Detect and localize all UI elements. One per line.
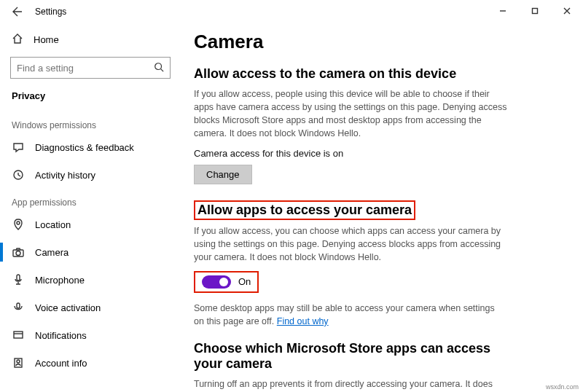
svg-rect-0 xyxy=(533,9,538,14)
sidebar-item-activity[interactable]: Activity history xyxy=(0,161,181,189)
current-section: Privacy xyxy=(0,85,181,111)
window-title: Settings xyxy=(35,7,66,17)
nav-label: Voice activation xyxy=(35,302,101,313)
toggle-knob xyxy=(219,278,228,286)
sidebar-item-microphone[interactable]: Microphone xyxy=(0,266,181,294)
sidebar-item-account[interactable]: Account info xyxy=(0,349,181,377)
section2-note: Some desktop apps may still be able to a… xyxy=(194,302,507,328)
svg-point-10 xyxy=(17,360,20,363)
sidebar-item-voice[interactable]: Voice activation xyxy=(0,294,181,321)
svg-rect-6 xyxy=(17,275,20,281)
close-button[interactable] xyxy=(551,0,583,22)
svg-point-5 xyxy=(16,251,20,256)
svg-rect-7 xyxy=(17,303,20,308)
sidebar-item-location[interactable]: Location xyxy=(0,211,181,238)
svg-rect-8 xyxy=(14,332,23,338)
group-windows-permissions: Windows permissions xyxy=(0,111,181,133)
watermark: wsxdn.com xyxy=(546,383,579,391)
voice-icon xyxy=(12,301,25,314)
sidebar-item-camera[interactable]: Camera xyxy=(0,238,181,266)
sidebar: Home Privacy Windows permissions Diagnos… xyxy=(0,23,181,392)
nav-label: Activity history xyxy=(35,170,95,181)
history-icon xyxy=(12,168,25,181)
toggle-state: On xyxy=(238,276,251,287)
highlight-heading: Allow apps to access your camera xyxy=(194,200,415,220)
find-out-why-link[interactable]: Find out why xyxy=(277,316,329,326)
back-button[interactable] xyxy=(9,3,26,20)
sidebar-item-notifications[interactable]: Notifications xyxy=(0,321,181,349)
section3-heading: Choose which Microsoft Store apps can ac… xyxy=(194,341,507,372)
camera-toggle[interactable] xyxy=(202,275,231,289)
nav-label: Microphone xyxy=(35,275,85,286)
camera-status: Camera access for this device is on xyxy=(194,148,567,159)
section2-heading: Allow apps to access your camera xyxy=(197,203,412,217)
svg-point-1 xyxy=(155,63,162,69)
minimize-button[interactable] xyxy=(487,0,519,22)
sidebar-item-home[interactable]: Home xyxy=(0,26,181,52)
group-app-permissions: App permissions xyxy=(0,189,181,211)
search-icon xyxy=(154,62,164,74)
section3-desc: Turning off an app prevents it from dire… xyxy=(194,377,507,392)
home-icon xyxy=(12,33,25,47)
sidebar-item-diagnostics[interactable]: Diagnostics & feedback xyxy=(0,133,181,161)
main-content: Camera Allow access to the camera on thi… xyxy=(181,23,583,392)
feedback-icon xyxy=(12,141,25,154)
nav-label: Account info xyxy=(35,358,87,369)
account-icon xyxy=(12,356,25,369)
location-icon xyxy=(12,218,25,231)
highlight-toggle: On xyxy=(194,271,259,293)
change-button[interactable]: Change xyxy=(194,165,252,184)
nav-label: Diagnostics & feedback xyxy=(35,142,134,153)
home-label: Home xyxy=(34,34,59,45)
nav-label: Notifications xyxy=(35,330,87,341)
nav-label: Location xyxy=(35,219,71,230)
section1-heading: Allow access to the camera on this devic… xyxy=(194,66,567,82)
page-title: Camera xyxy=(194,31,567,53)
nav-label: Camera xyxy=(35,247,69,258)
search-field[interactable] xyxy=(17,63,154,74)
camera-icon xyxy=(12,246,25,259)
svg-point-3 xyxy=(17,222,20,224)
notifications-icon xyxy=(12,329,25,342)
microphone-icon xyxy=(12,273,25,286)
section2-desc: If you allow access, you can choose whic… xyxy=(194,224,507,264)
maximize-button[interactable] xyxy=(519,0,551,22)
search-input[interactable] xyxy=(10,57,171,79)
section1-desc: If you allow access, people using this d… xyxy=(194,87,507,141)
